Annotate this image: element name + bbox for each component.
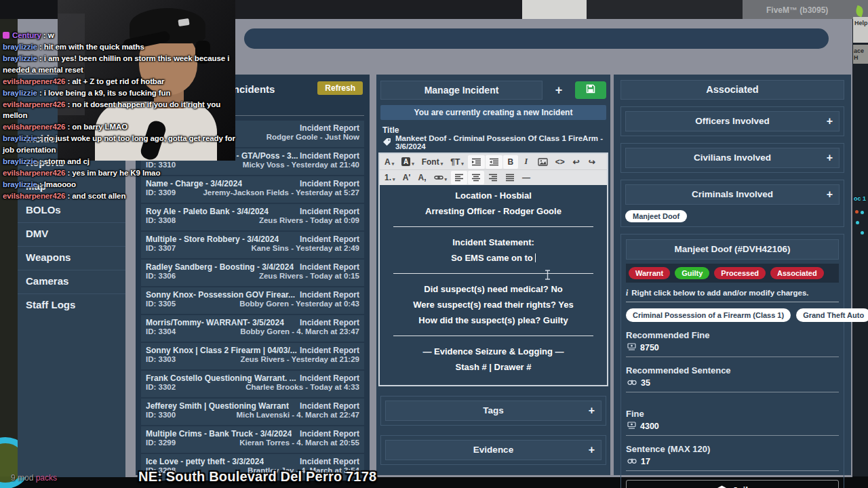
sentence-value[interactable]: 17 bbox=[626, 454, 839, 471]
editor-hr bbox=[380, 328, 607, 344]
incident-title: Frank Costello Questioning Warrant. ... bbox=[146, 373, 296, 383]
incident-title: Jefferey Smith | Questioning Warrant bbox=[146, 401, 289, 411]
refresh-button[interactable]: Refresh bbox=[317, 81, 363, 95]
building-silhouette bbox=[234, 0, 522, 19]
italic-button[interactable]: I bbox=[519, 155, 534, 169]
add-criminal-button[interactable]: + bbox=[827, 185, 833, 204]
incident-row[interactable]: Multiple - Store Robbery - 3/4/2024Incid… bbox=[141, 232, 364, 258]
recommended-sentence-value[interactable]: 35 bbox=[626, 375, 839, 392]
font-family-dropdown[interactable]: Font▾ bbox=[418, 155, 447, 169]
incident-id: ID: 3306 bbox=[146, 272, 176, 280]
sidebar-item-cameras[interactable]: Cameras bbox=[18, 270, 125, 292]
guilty-badge[interactable]: Guilty bbox=[675, 267, 709, 279]
fine-value[interactable]: 4300 bbox=[626, 419, 839, 436]
add-tag-button[interactable]: + bbox=[589, 401, 595, 420]
font-color-button[interactable]: A▾ bbox=[381, 155, 397, 169]
incident-id: ID: 3308 bbox=[146, 216, 176, 224]
incident-author: Zeus Rivers - Yesterday at 21:29 bbox=[240, 355, 359, 363]
incident-author: Micky Voss - Yesterday at 21:40 bbox=[243, 161, 359, 169]
chat-text: yes im barry he K9 lmao bbox=[72, 169, 160, 177]
bold-button[interactable]: B bbox=[503, 155, 518, 169]
sidebar-item-staff-logs[interactable]: Staff Logs bbox=[18, 293, 125, 316]
incident-row[interactable]: Radley Sandberg - Boosting - 3/4/2024Inc… bbox=[141, 260, 364, 286]
criminal-status-badges: Warrant Guilty Processed Associated bbox=[626, 264, 839, 283]
charge-pill[interactable]: Grand Theft Auto bbox=[796, 308, 868, 322]
new-incident-button[interactable]: + bbox=[547, 83, 570, 98]
overlay-menu-fragment: Help bbox=[853, 17, 868, 43]
charge-pill[interactable]: Criminal Possession of a Firearm (Class … bbox=[626, 308, 791, 322]
tags-header: Tags + bbox=[385, 401, 601, 421]
incident-id: ID: 3302 bbox=[146, 383, 176, 391]
align-center-icon[interactable] bbox=[468, 171, 484, 184]
undo-button[interactable]: ↩ bbox=[569, 155, 584, 169]
editor-line: Did suspect(s) need medical? No bbox=[380, 281, 607, 297]
incident-row[interactable]: Roy Ale - Paleto Bank - 3/4/2024Incident… bbox=[141, 204, 364, 230]
code-view-button[interactable]: <> bbox=[552, 155, 568, 169]
chat-username: evilsharpener426 bbox=[3, 123, 65, 131]
chat-username: braylizzie bbox=[3, 157, 37, 165]
redo-button[interactable]: ↪ bbox=[585, 155, 599, 169]
incident-id: ID: 3299 bbox=[146, 439, 176, 447]
horizontal-rule-button[interactable]: — bbox=[519, 171, 534, 184]
sidebar-item-dmv[interactable]: DMV bbox=[18, 222, 125, 245]
insert-image-button[interactable] bbox=[534, 155, 551, 169]
recommended-fine-label: Recommended Fine bbox=[626, 330, 839, 340]
recommended-fine-value[interactable]: 8750 bbox=[626, 340, 839, 357]
add-officer-button[interactable]: + bbox=[827, 112, 833, 131]
add-evidence-button[interactable]: + bbox=[589, 441, 595, 460]
warrant-badge[interactable]: Warrant bbox=[629, 267, 670, 279]
incident-row[interactable]: Morris/Tommy- WARRANT- 3/5/2024Incident … bbox=[141, 315, 364, 342]
incident-type: Incident Report bbox=[300, 318, 359, 327]
incident-row[interactable]: Frank Costello Questioning Warrant. ...I… bbox=[141, 371, 364, 397]
incident-id: ID: 3300 bbox=[146, 411, 176, 419]
subscript-button[interactable]: A, bbox=[415, 171, 430, 184]
incident-row[interactable]: Multiple Crims - Bank Truck - 3/4/2024In… bbox=[141, 426, 364, 453]
align-left-icon[interactable] bbox=[451, 171, 467, 184]
incident-title: Multiple - Store Robbery - 3/4/2024 bbox=[146, 235, 279, 244]
building-silhouette bbox=[587, 0, 743, 19]
link-button[interactable]: ▾ bbox=[431, 171, 451, 184]
ordered-list-button[interactable]: 1.▾ bbox=[381, 171, 399, 184]
processed-badge[interactable]: Processed bbox=[714, 267, 766, 279]
incident-title-input[interactable]: Mankeet Doof - Criminal Possesion Of Cla… bbox=[378, 136, 608, 148]
incident-row[interactable]: Sonny Knox- Possession GOV Firear...Inci… bbox=[141, 287, 364, 314]
incident-row[interactable]: Jefferey Smith | Questioning WarrantInci… bbox=[141, 399, 364, 425]
chat-username: braylizzie bbox=[3, 89, 37, 97]
chat-message: evilsharpener426 : yes im barry he K9 lm… bbox=[3, 167, 237, 179]
superscript-button[interactable]: A' bbox=[399, 171, 414, 184]
align-right-icon[interactable] bbox=[485, 171, 501, 184]
incident-title: Ice Love - petty theft - 3/3/2024 bbox=[146, 457, 264, 466]
incident-id: ID: 3304 bbox=[146, 327, 176, 336]
editor-line-with-caret: So EMS came on to bbox=[380, 250, 607, 266]
indent-icon[interactable] bbox=[468, 155, 485, 169]
save-incident-button[interactable] bbox=[575, 81, 606, 99]
mdt-header-bar bbox=[244, 28, 829, 49]
incident-row[interactable]: Sonny Knox | Class 2 Firearm | 04/03/...… bbox=[141, 343, 364, 369]
recommended-sentence-label: Recommended Sentence bbox=[626, 365, 839, 375]
manage-incident-panel: Manage Incident + You are currently crea… bbox=[376, 75, 610, 475]
jail-button[interactable]: Jail bbox=[626, 480, 839, 488]
criminal-name: Manjeet Doof (#DVH42106) bbox=[626, 239, 839, 260]
add-civilian-button[interactable]: + bbox=[827, 148, 833, 167]
tag-icon bbox=[382, 138, 391, 148]
chat-message: evilsharpener426 : alt + Z to get rid of… bbox=[3, 76, 237, 87]
sidebar-item-weapons[interactable]: Weapons bbox=[18, 246, 125, 268]
incident-type: Incident Report bbox=[300, 290, 359, 300]
civilians-involved-section: Civilians Involved + bbox=[620, 143, 844, 173]
highlight-color-button[interactable]: A▾ bbox=[398, 155, 418, 169]
criminal-chip[interactable]: Manjeet Doof bbox=[625, 210, 687, 222]
chat-username: evilsharpener426 bbox=[3, 169, 65, 177]
associated-badge[interactable]: Associated bbox=[770, 267, 824, 279]
screen: Help ace H oc 1 Incidents Reports Map BO… bbox=[0, 0, 868, 488]
editor-content[interactable]: Location - Hosbial Arresting Officer - R… bbox=[380, 185, 607, 386]
sidebar-item-bolos[interactable]: BOLOs bbox=[18, 199, 125, 221]
tags-section: Tags + bbox=[380, 396, 606, 426]
chat-text: storm and cj bbox=[44, 157, 90, 165]
align-justify-icon[interactable] bbox=[502, 171, 518, 184]
incident-title: Multiple Crims - Bank Truck - 3/4/2024 bbox=[146, 429, 292, 439]
charge-list: Criminal Possession of a Firearm (Class … bbox=[626, 308, 839, 322]
editor-line: Incident Statement: bbox=[380, 235, 607, 250]
outdent-icon[interactable] bbox=[486, 155, 502, 169]
chat-text: on barry LMAO bbox=[72, 123, 127, 131]
font-size-dropdown[interactable]: ¶T▾ bbox=[447, 155, 467, 169]
